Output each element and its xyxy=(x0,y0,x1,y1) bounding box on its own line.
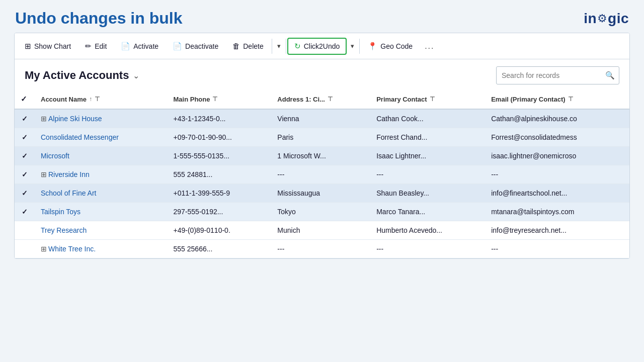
row-checkbox[interactable]: ✓ xyxy=(22,208,28,216)
account-name-link[interactable]: Tailspin Toys xyxy=(41,208,80,216)
logo-text-after: gic xyxy=(608,11,629,27)
row-checkbox-cell: ✓ xyxy=(15,109,35,128)
account-name-link[interactable]: Trey Research xyxy=(41,226,87,234)
search-box: 🔍 xyxy=(496,66,619,84)
logo: in ⚙ gic xyxy=(584,11,629,27)
row-checkbox-cell: ✓ xyxy=(15,128,35,147)
separator-1 xyxy=(272,39,272,54)
row-primary-contact[interactable]: Isaac Lightner... xyxy=(370,147,485,165)
row-main-phone: +09-70-01-90-90... xyxy=(168,128,272,147)
toolbar: ⊞ Show Chart ✏ Edit 📄 Activate 📄 Deactiv… xyxy=(15,33,629,59)
row-address-city: Tokyo xyxy=(271,203,370,221)
account-name-link[interactable]: Microsoft xyxy=(41,152,69,160)
table-row[interactable]: ✓Tailspin Toys297-555-0192...TokyoMarco … xyxy=(15,203,629,221)
row-primary-contact[interactable]: Marco Tanara... xyxy=(370,203,485,221)
row-checkbox-cell xyxy=(15,240,35,258)
header-primary-contact: Primary Contact ⊤ xyxy=(370,89,485,109)
table-row[interactable]: ⊞White Tree Inc.555 25666...--------- xyxy=(15,240,629,258)
row-checkbox[interactable]: ✓ xyxy=(22,189,28,197)
search-input[interactable] xyxy=(497,71,601,79)
header-main-phone-label: Main Phone xyxy=(174,96,210,103)
click2undo-button[interactable]: ↻ Click2Undo xyxy=(287,38,347,55)
row-email: Forrest@consolidatedmess xyxy=(485,128,629,147)
row-main-phone: 297-555-0192... xyxy=(168,203,272,221)
logo-text-before: in xyxy=(584,11,597,27)
row-account-name[interactable]: Trey Research xyxy=(35,221,168,240)
page-header: Undo changes in bulk in ⚙ gic xyxy=(0,0,644,33)
row-primary-contact[interactable]: Humberto Acevedo... xyxy=(370,221,485,240)
header-account-name-label: Account Name xyxy=(41,96,87,103)
table-row[interactable]: ✓⊞Alpine Ski House+43-1-12345-0...Vienna… xyxy=(15,109,629,128)
row-primary-contact: --- xyxy=(370,165,485,184)
delete-button[interactable]: 🗑 Delete xyxy=(225,38,270,54)
row-main-phone: 555 25666... xyxy=(168,240,272,258)
click2undo-chevron[interactable]: ▾ xyxy=(347,38,358,54)
row-checkbox[interactable]: ✓ xyxy=(22,170,28,178)
edit-button[interactable]: ✏ Edit xyxy=(78,38,114,55)
more-actions-chevron[interactable]: ▾ xyxy=(273,38,285,54)
row-address-city: --- xyxy=(271,165,370,184)
row-account-name[interactable]: Consolidated Messenger xyxy=(35,128,168,147)
filter-email-icon[interactable]: ⊤ xyxy=(568,96,573,103)
row-primary-contact: --- xyxy=(370,240,485,258)
row-checkbox-cell: ✓ xyxy=(15,165,35,184)
deactivate-icon: 📄 xyxy=(173,42,182,51)
account-name-link[interactable]: White Tree Inc. xyxy=(48,245,96,253)
sort-icon[interactable]: ↑ xyxy=(89,96,92,103)
delete-icon: 🗑 xyxy=(232,42,240,50)
row-account-name[interactable]: ⊞White Tree Inc. xyxy=(35,240,168,258)
separator-2 xyxy=(286,39,286,54)
account-name-link[interactable]: School of Fine Art xyxy=(41,189,97,197)
row-checkbox-cell xyxy=(15,221,35,240)
filter-address-city-icon[interactable]: ⊤ xyxy=(328,96,333,103)
account-name-link[interactable]: Consolidated Messenger xyxy=(41,133,119,141)
geo-code-button[interactable]: 📍 Geo Code xyxy=(361,38,420,55)
row-account-name[interactable]: Microsoft xyxy=(35,147,168,165)
row-account-name[interactable]: School of Fine Art xyxy=(35,184,168,203)
row-main-phone: +43-1-12345-0... xyxy=(168,109,272,128)
row-primary-contact[interactable]: Forrest Chand... xyxy=(370,128,485,147)
row-account-name[interactable]: ⊞Alpine Ski House xyxy=(35,109,168,128)
header-checkbox-cell: ✓ xyxy=(15,89,35,109)
header-email-label: Email (Primary Contact) xyxy=(491,96,565,103)
row-checkbox-cell: ✓ xyxy=(15,184,35,203)
table-row[interactable]: ✓Consolidated Messenger+09-70-01-90-90..… xyxy=(15,128,629,147)
table-row[interactable]: Trey Research+49-(0)89-0110-0.MunichHumb… xyxy=(15,221,629,240)
search-button[interactable]: 🔍 xyxy=(601,66,619,84)
header-main-phone: Main Phone ⊤ xyxy=(168,89,272,109)
row-email: --- xyxy=(485,240,629,258)
view-title-chevron-icon[interactable]: ⌄ xyxy=(133,71,139,80)
row-primary-contact[interactable]: Shaun Beasley... xyxy=(370,184,485,203)
header-email: Email (Primary Contact) ⊤ xyxy=(485,89,629,109)
search-icon: 🔍 xyxy=(605,71,615,80)
deactivate-button[interactable]: 📄 Deactivate xyxy=(166,38,225,55)
row-checkbox[interactable]: ✓ xyxy=(22,115,28,123)
row-email: mtanara@tailspintoys.com xyxy=(485,203,629,221)
table-row[interactable]: ✓Microsoft1-555-555-0135...1 Microsoft W… xyxy=(15,147,629,165)
table-row[interactable]: ✓⊞Riverside Inn555 24881...--------- xyxy=(15,165,629,184)
filter-account-name-icon[interactable]: ⊤ xyxy=(95,96,100,103)
table-row[interactable]: ✓School of Fine Art+011-1-399-555-9Missi… xyxy=(15,184,629,203)
filter-main-phone-icon[interactable]: ⊤ xyxy=(212,96,217,103)
row-account-name[interactable]: Tailspin Toys xyxy=(35,203,168,221)
row-checkbox[interactable]: ✓ xyxy=(22,152,28,160)
show-chart-button[interactable]: ⊞ Show Chart xyxy=(18,38,78,55)
account-name-link[interactable]: Alpine Ski House xyxy=(48,115,102,123)
activate-button[interactable]: 📄 Activate xyxy=(114,38,166,55)
logo-gear-icon: ⚙ xyxy=(597,12,607,25)
row-account-name[interactable]: ⊞Riverside Inn xyxy=(35,165,168,184)
geocode-icon: 📍 xyxy=(368,42,377,51)
row-email: --- xyxy=(485,165,629,184)
account-name-link[interactable]: Riverside Inn xyxy=(48,170,90,178)
row-main-phone: +011-1-399-555-9 xyxy=(168,184,272,203)
row-primary-contact[interactable]: Cathan Cook... xyxy=(370,109,485,128)
accounts-table: ✓ Account Name ↑ ⊤ Main Phone ⊤ xyxy=(15,89,629,258)
hierarchy-icon: ⊞ xyxy=(41,170,47,178)
more-button[interactable]: ... xyxy=(420,38,439,55)
row-main-phone: +49-(0)89-0110-0. xyxy=(168,221,272,240)
filter-primary-contact-icon[interactable]: ⊤ xyxy=(430,96,435,103)
header-checkbox[interactable]: ✓ xyxy=(21,95,27,103)
view-title-row: My Active Accounts ⌄ xyxy=(25,69,139,82)
row-checkbox[interactable]: ✓ xyxy=(22,133,28,141)
edit-icon: ✏ xyxy=(85,42,92,51)
